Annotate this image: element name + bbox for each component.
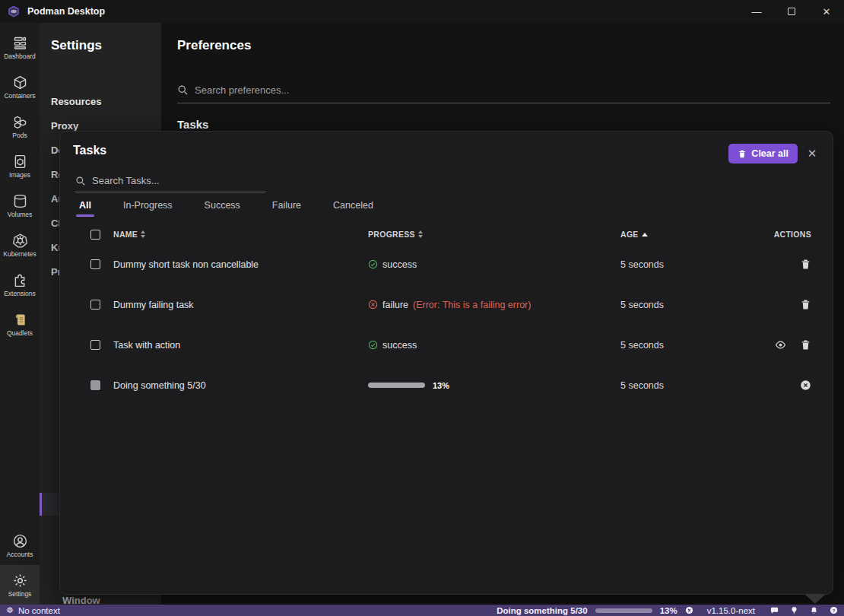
statusbar-progress-bar bbox=[595, 608, 652, 613]
modal-title: Tasks bbox=[73, 144, 106, 157]
svg-text:?: ? bbox=[833, 608, 836, 613]
statusbar-progress-percent: 13% bbox=[660, 606, 677, 615]
table-row: Task with action success 5 seconds bbox=[60, 325, 834, 365]
statusbar-task-label[interactable]: Doing something 5/30 bbox=[497, 606, 588, 615]
row-checkbox[interactable] bbox=[90, 340, 100, 350]
delete-task-icon[interactable] bbox=[800, 299, 811, 310]
sort-ascending-icon bbox=[642, 233, 648, 237]
table-row: Dummy short task non cancellable success… bbox=[60, 244, 834, 284]
sidebar-item-quadlets[interactable]: Quadlets bbox=[0, 304, 40, 344]
sidebar-item-extensions[interactable]: Extensions bbox=[0, 265, 40, 304]
sort-icon bbox=[141, 230, 145, 238]
kube-context-label: No context bbox=[18, 606, 60, 615]
close-button[interactable]: ✕ bbox=[809, 0, 844, 23]
success-icon bbox=[368, 340, 378, 350]
row-checkbox[interactable] bbox=[90, 300, 100, 310]
table-header-row: NAME PROGRESS AGE ACTIONS bbox=[60, 224, 834, 244]
view-task-icon[interactable] bbox=[775, 339, 786, 351]
tab-in-progress[interactable]: In-Progress bbox=[123, 200, 173, 217]
tab-failure[interactable]: Failure bbox=[272, 200, 301, 217]
task-name: Dummy failing task bbox=[113, 300, 368, 310]
task-status: success bbox=[382, 259, 417, 270]
tasks-section-title: Tasks bbox=[177, 118, 208, 131]
maximize-icon bbox=[788, 8, 795, 15]
column-header-progress[interactable]: PROGRESS bbox=[368, 230, 620, 239]
quadlets-icon bbox=[12, 312, 28, 328]
trash-icon bbox=[738, 149, 747, 159]
sidebar-item-images[interactable]: Images bbox=[0, 146, 40, 186]
success-icon bbox=[368, 259, 378, 269]
task-name: Dummy short task non cancellable bbox=[113, 259, 368, 270]
modal-close-button[interactable]: ✕ bbox=[804, 145, 820, 162]
table-row: Doing something 5/30 13% 5 seconds bbox=[60, 365, 834, 405]
preferences-search-input[interactable] bbox=[195, 84, 830, 96]
tasks-modal: Tasks Clear all ✕ All In-Progress Succes… bbox=[59, 131, 833, 595]
delete-task-icon[interactable] bbox=[800, 339, 811, 351]
kubernetes-context-icon: ☸ bbox=[6, 605, 14, 615]
row-checkbox[interactable] bbox=[90, 259, 100, 269]
tab-success[interactable]: Success bbox=[205, 200, 240, 217]
sidebar-item-dashboard[interactable]: Dashboard bbox=[0, 27, 40, 67]
tasks-search[interactable] bbox=[75, 170, 265, 192]
preferences-search[interactable] bbox=[177, 78, 830, 103]
task-age: 5 seconds bbox=[620, 380, 750, 391]
page-title: Preferences bbox=[177, 38, 251, 53]
cancel-task-icon[interactable] bbox=[685, 606, 693, 614]
sidebar-item-containers[interactable]: Containers bbox=[0, 67, 40, 106]
settings-nav-item-resources[interactable]: Resources bbox=[51, 96, 101, 107]
search-icon bbox=[177, 84, 189, 96]
select-all-checkbox[interactable] bbox=[90, 230, 100, 240]
column-header-age[interactable]: AGE bbox=[620, 230, 750, 239]
sidebar-item-accounts[interactable]: Accounts bbox=[0, 526, 40, 565]
task-error-message: (Error: This is a failing error) bbox=[413, 300, 531, 310]
tasks-table: NAME PROGRESS AGE ACTIONS Dummy short ta… bbox=[60, 224, 834, 405]
maximize-button[interactable] bbox=[774, 0, 809, 23]
tasks-search-input[interactable] bbox=[92, 175, 265, 186]
column-header-name[interactable]: NAME bbox=[113, 230, 368, 239]
app-sidebar: Dashboard Containers Pods Images Volumes… bbox=[0, 23, 40, 605]
tasks-tabs: All In-Progress Success Failure Canceled bbox=[79, 200, 373, 217]
title-bar: Podman Desktop — ✕ bbox=[0, 0, 844, 23]
cancel-task-icon[interactable] bbox=[800, 379, 811, 391]
volumes-icon bbox=[12, 193, 28, 209]
task-progress-percent: 13% bbox=[433, 381, 449, 390]
status-bar: ☸ No context Doing something 5/30 13% v1… bbox=[0, 605, 844, 616]
delete-task-icon[interactable] bbox=[800, 259, 811, 270]
containers-icon bbox=[12, 75, 28, 90]
app-title: Podman Desktop bbox=[27, 6, 739, 17]
sort-icon bbox=[418, 230, 423, 238]
tab-canceled[interactable]: Canceled bbox=[333, 200, 373, 217]
minimize-button[interactable]: — bbox=[739, 0, 774, 23]
images-icon bbox=[12, 154, 28, 170]
task-age: 5 seconds bbox=[620, 300, 750, 310]
task-age: 5 seconds bbox=[620, 340, 750, 351]
kubernetes-icon bbox=[12, 233, 28, 249]
task-status: failure bbox=[382, 300, 408, 310]
dashboard-icon bbox=[12, 35, 28, 51]
version-label[interactable]: v1.15.0-next bbox=[707, 606, 755, 615]
tab-all[interactable]: All bbox=[79, 200, 91, 217]
sidebar-item-volumes[interactable]: Volumes bbox=[0, 186, 40, 225]
settings-nav-title: Settings bbox=[40, 23, 161, 53]
sidebar-item-pods[interactable]: Pods bbox=[0, 106, 40, 146]
bell-icon[interactable] bbox=[810, 606, 818, 614]
search-icon bbox=[75, 176, 86, 186]
feedback-icon[interactable] bbox=[770, 606, 779, 614]
accounts-icon bbox=[12, 533, 28, 549]
settings-nav-item-proxy[interactable]: Proxy bbox=[51, 120, 78, 132]
sidebar-item-settings[interactable]: Settings bbox=[0, 565, 40, 605]
settings-gear-icon bbox=[12, 573, 28, 589]
lightbulb-icon[interactable] bbox=[790, 606, 798, 614]
row-checkbox-disabled bbox=[90, 380, 100, 390]
help-icon[interactable]: ? bbox=[830, 606, 838, 614]
kube-context-button[interactable]: ☸ No context bbox=[6, 605, 497, 615]
column-header-actions: ACTIONS bbox=[750, 230, 811, 239]
task-name: Task with action bbox=[113, 340, 368, 351]
failure-icon bbox=[368, 300, 378, 310]
pods-icon bbox=[12, 114, 28, 130]
extensions-icon bbox=[12, 272, 28, 288]
task-status: success bbox=[382, 340, 417, 351]
sidebar-item-kubernetes[interactable]: Kubernetes bbox=[0, 225, 40, 265]
podman-logo-icon bbox=[7, 5, 21, 18]
clear-all-button[interactable]: Clear all bbox=[728, 144, 798, 164]
